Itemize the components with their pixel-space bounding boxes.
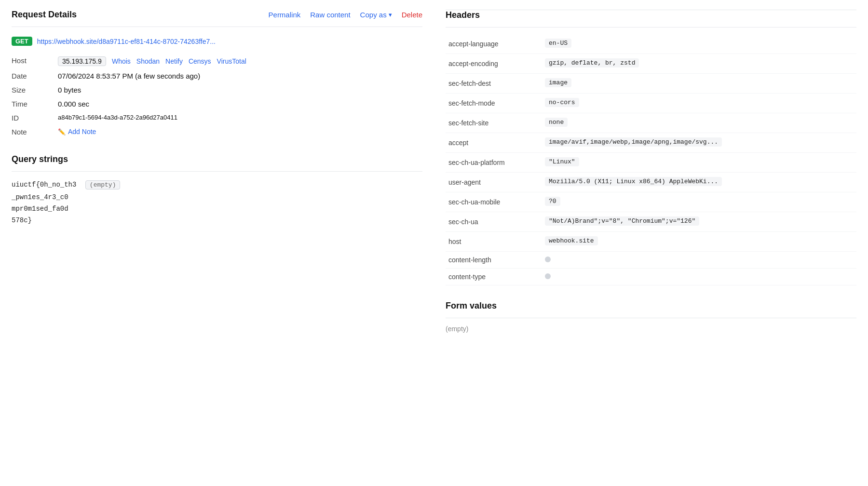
query-key-2: mpr0m1sed_fa0d bbox=[12, 205, 68, 213]
copy-as-button[interactable]: Copy as bbox=[360, 11, 392, 19]
header-value-cell-12 bbox=[542, 269, 856, 285]
host-cell: 35.193.175.9 Whois Shodan Netify Censys … bbox=[50, 54, 422, 69]
header-row-9: sec-ch-ua"Not/A)Brand";v="8", "Chromium"… bbox=[446, 212, 856, 232]
query-item-0: uiuctf{0h_no_th3 (empty) bbox=[12, 178, 422, 191]
add-note-button[interactable]: ✏️ Add Note bbox=[58, 128, 96, 135]
header-value-6: "Linux" bbox=[545, 157, 579, 166]
query-strings-title: Query strings bbox=[12, 154, 68, 164]
header-value-cell-5: image/avif,image/webp,image/apng,image/s… bbox=[542, 133, 856, 153]
netify-link[interactable]: Netify bbox=[165, 57, 183, 65]
header-name-5: accept bbox=[446, 133, 542, 153]
time-value: 0.000 sec bbox=[50, 97, 422, 111]
url-row: GET https://webhook.site/d8a9711c-ef81-4… bbox=[12, 34, 422, 49]
size-value: 0 bytes bbox=[50, 83, 422, 97]
permalink-link[interactable]: Permalink bbox=[269, 11, 301, 19]
header-name-8: sec-ch-ua-mobile bbox=[446, 192, 542, 212]
host-row: Host 35.193.175.9 Whois Shodan Netify Ce… bbox=[12, 54, 422, 69]
query-item-2: mpr0m1sed_fa0d bbox=[12, 203, 422, 215]
header-value-3: no-cors bbox=[545, 98, 579, 107]
size-label: Size bbox=[12, 83, 50, 97]
header-value-5: image/avif,image/webp,image/apng,image/s… bbox=[545, 137, 722, 147]
form-values-title: Form values bbox=[446, 301, 497, 311]
query-strings-header: Query strings bbox=[12, 154, 422, 164]
note-label: Note bbox=[12, 125, 50, 139]
header-value-cell-4: none bbox=[542, 113, 856, 133]
delete-link[interactable]: Delete bbox=[402, 11, 422, 19]
raw-content-link[interactable]: Raw content bbox=[310, 11, 350, 19]
header-row-10: hostwebhook.site bbox=[446, 232, 856, 252]
headers-table: accept-languageen-USaccept-encodinggzip,… bbox=[446, 34, 856, 285]
header-value-empty-12 bbox=[545, 273, 551, 279]
header-value-cell-0: en-US bbox=[542, 34, 856, 54]
header-name-9: sec-ch-ua bbox=[446, 212, 542, 232]
header-value-1: gzip, deflate, br, zstd bbox=[545, 58, 639, 68]
form-values-section: Form values (empty) bbox=[446, 301, 856, 333]
details-table: Host 35.193.175.9 Whois Shodan Netify Ce… bbox=[12, 54, 422, 139]
header-name-2: sec-fetch-dest bbox=[446, 74, 542, 94]
header-name-3: sec-fetch-mode bbox=[446, 94, 542, 113]
add-note-label: Add Note bbox=[68, 128, 96, 135]
header-name-11: content-length bbox=[446, 252, 542, 269]
query-key-3: 578c} bbox=[12, 216, 32, 224]
header-row-3: sec-fetch-modeno-cors bbox=[446, 94, 856, 113]
host-value: 35.193.175.9 bbox=[58, 56, 106, 66]
query-divider bbox=[12, 171, 422, 172]
request-url[interactable]: https://webhook.site/d8a9711c-ef81-414c-… bbox=[37, 38, 216, 45]
header-value-cell-6: "Linux" bbox=[542, 153, 856, 173]
header-name-4: sec-fetch-site bbox=[446, 113, 542, 133]
header-row-8: sec-ch-ua-mobile?0 bbox=[446, 192, 856, 212]
header-name-1: accept-encoding bbox=[446, 54, 542, 74]
pencil-icon: ✏️ bbox=[58, 128, 66, 135]
header-row-6: sec-ch-ua-platform"Linux" bbox=[446, 153, 856, 173]
header-value-cell-1: gzip, deflate, br, zstd bbox=[542, 54, 856, 74]
virustotal-link[interactable]: VirusTotal bbox=[217, 57, 246, 65]
query-list: uiuctf{0h_no_th3 (empty) _pwn1es_4r3_c0 … bbox=[12, 178, 422, 226]
form-values-header: Form values bbox=[446, 301, 856, 311]
header-value-cell-8: ?0 bbox=[542, 192, 856, 212]
header-value-cell-2: image bbox=[542, 74, 856, 94]
action-links: Permalink Raw content Copy as Delete bbox=[269, 11, 422, 19]
query-item-3: 578c} bbox=[12, 215, 422, 226]
header-name-0: accept-language bbox=[446, 34, 542, 54]
time-label: Time bbox=[12, 97, 50, 111]
header-name-6: sec-ch-ua-platform bbox=[446, 153, 542, 173]
header-name-12: content-type bbox=[446, 269, 542, 285]
header-divider bbox=[12, 27, 422, 27]
header-value-4: none bbox=[545, 118, 568, 127]
header-value-9: "Not/A)Brand";v="8", "Chromium";v="126" bbox=[545, 216, 699, 226]
query-key-1: _pwn1es_4r3_c0 bbox=[12, 193, 68, 201]
header-value-8: ?0 bbox=[545, 197, 560, 206]
header-row-5: acceptimage/avif,image/webp,image/apng,i… bbox=[446, 133, 856, 153]
header-value-10: webhook.site bbox=[545, 236, 598, 245]
time-row: Time 0.000 sec bbox=[12, 97, 422, 111]
id-label: ID bbox=[12, 111, 50, 125]
request-details-header: Request Details Permalink Raw content Co… bbox=[12, 10, 422, 20]
header-value-7: Mozilla/5.0 (X11; Linux x86_64) AppleWeb… bbox=[545, 177, 722, 186]
whois-link[interactable]: Whois bbox=[112, 57, 131, 65]
query-strings-section: Query strings uiuctf{0h_no_th3 (empty) _… bbox=[12, 154, 422, 226]
header-name-7: user-agent bbox=[446, 173, 542, 192]
header-value-cell-11 bbox=[542, 252, 856, 269]
query-key-0: uiuctf{0h_no_th3 bbox=[12, 181, 76, 189]
host-links: Whois Shodan Netify Censys VirusTotal bbox=[112, 57, 246, 65]
headers-section: Headers accept-languageen-USaccept-encod… bbox=[446, 10, 856, 285]
date-value: 07/06/2024 8:53:57 PM (a few seconds ago… bbox=[50, 69, 422, 83]
header-value-cell-7: Mozilla/5.0 (X11; Linux x86_64) AppleWeb… bbox=[542, 173, 856, 192]
date-label: Date bbox=[12, 69, 50, 83]
header-row-11: content-length bbox=[446, 252, 856, 269]
headers-divider bbox=[446, 27, 856, 27]
header-name-10: host bbox=[446, 232, 542, 252]
shodan-link[interactable]: Shodan bbox=[136, 57, 160, 65]
header-value-cell-3: no-cors bbox=[542, 94, 856, 113]
header-value-2: image bbox=[545, 78, 571, 87]
header-row-7: user-agentMozilla/5.0 (X11; Linux x86_64… bbox=[446, 173, 856, 192]
censys-link[interactable]: Censys bbox=[189, 57, 211, 65]
host-label: Host bbox=[12, 54, 50, 69]
request-details-title: Request Details bbox=[12, 10, 77, 20]
method-badge: GET bbox=[12, 37, 32, 46]
header-value-empty-11 bbox=[545, 256, 551, 262]
size-row: Size 0 bytes bbox=[12, 83, 422, 97]
header-row-12: content-type bbox=[446, 269, 856, 285]
headers-section-header: Headers bbox=[446, 10, 856, 20]
query-item-1: _pwn1es_4r3_c0 bbox=[12, 191, 422, 203]
